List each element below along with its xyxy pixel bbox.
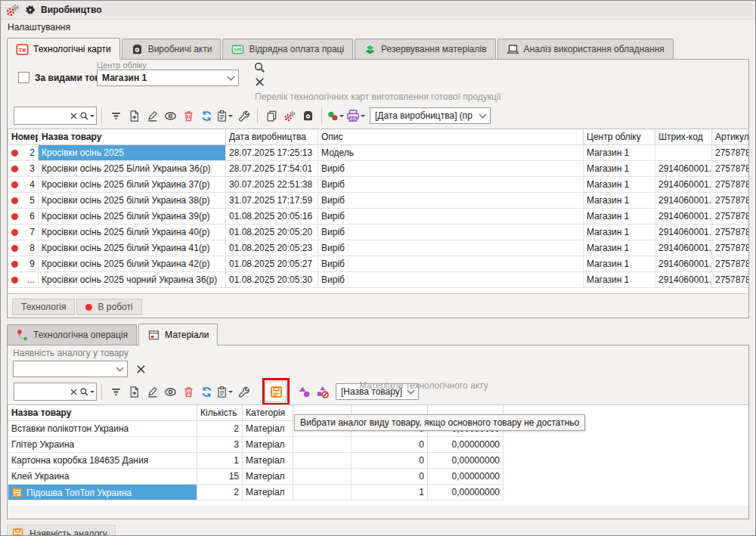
column-header[interactable]: Артикул [712,129,749,145]
cell[interactable]: Клей Украина [8,469,197,485]
table-row[interactable]: 3Кросівки осінь 2025 Білий Украина 36(р)… [8,161,749,177]
cell[interactable]: 2914060001... [655,256,712,272]
column-header[interactable]: Назва товару [8,405,197,421]
cell[interactable]: Модель [318,145,584,161]
table-row[interactable]: 8Кросівки осінь 2025 білий Украина 41(р)… [8,240,749,256]
sort-combobox[interactable]: [Дата виробництва] (пр [370,107,491,124]
cell[interactable]: 01.08.2025 20:05:16 [226,209,318,225]
cell[interactable]: ... [8,272,39,288]
cell[interactable]: Виріб [318,225,584,240]
cell[interactable]: 31.07.2025 17:17:59 [226,193,318,209]
cell[interactable]: Магазин 1 [584,272,655,288]
cell[interactable]: 3 [197,437,243,453]
cell[interactable]: Кросівки осінь 2025 білий Украина 41(р) [39,240,226,256]
cell[interactable]: 2914060001... [655,177,712,193]
cell[interactable]: 30.07.2025 22:51:38 [226,177,318,193]
cell[interactable] [293,485,352,500]
cell[interactable]: 2914060001... [655,240,712,256]
tab-equipment-analysis[interactable]: Аналіз використання обладнання [497,39,674,59]
cell[interactable]: 6 [8,209,39,225]
cell[interactable]: 01.08.2025 20:05:20 [226,225,318,240]
cell[interactable]: Виріб [318,193,584,209]
column-header[interactable]: Кількість [197,405,243,421]
clipboard-button[interactable] [215,110,233,122]
cell[interactable] [655,145,712,161]
cell[interactable]: Підошва ТопТоп Украина [8,485,197,500]
cell[interactable]: 2 [197,421,243,437]
cell[interactable]: 2914060001... [655,272,712,288]
column-header[interactable]: Центр обліку [584,129,655,145]
cell[interactable]: 2757878 [712,256,749,272]
cell[interactable] [293,469,352,485]
cell[interactable]: Магазин 1 [584,209,655,225]
add-button[interactable] [125,107,143,125]
cell[interactable]: 2757878 [712,209,749,225]
cell[interactable]: 2757878 [712,177,749,193]
tab-material-reservation[interactable]: Резервування матеріалів [355,39,495,59]
tab-tech-operation[interactable]: Технологічна операція [7,324,137,345]
tab-production-acts[interactable]: Виробничі акти [122,39,222,59]
clipboard-button[interactable] [215,386,233,398]
tools-button[interactable] [234,383,253,401]
cell[interactable]: 0,00000000 [428,453,503,469]
cell[interactable]: 9 [8,256,39,272]
cell[interactable]: Матеріал [243,421,293,437]
cell[interactable]: 1 [197,453,243,469]
cell[interactable]: 28.07.2025 17:25:13 [226,145,318,161]
tab-tech-cards[interactable]: Технологічні карти [7,38,120,60]
cell[interactable]: 2 [197,485,243,500]
create-act-button[interactable] [299,107,317,125]
cell[interactable]: Виріб [318,240,584,256]
cell[interactable]: 15 [197,469,243,485]
cell[interactable] [293,437,352,453]
table-row[interactable]: Клей Украина15Матеріал00,00000000 [8,469,503,485]
cell[interactable]: 2 [8,145,39,161]
cell[interactable]: 0,00000000 [428,437,503,453]
table-row[interactable]: 4Кросівки осінь 2025 білий Украина 37(р)… [8,177,749,193]
cell[interactable]: Кросівки осінь 2025 Білий Украина 36(р) [39,161,226,177]
view-button[interactable] [161,383,179,401]
delete-button[interactable] [179,383,197,401]
table-row[interactable]: Підошва ТопТоп Украина2Матеріал10,000000… [8,485,503,500]
quick-search-input[interactable] [14,109,69,122]
cell[interactable]: 01.08.2025 20:05:23 [226,240,318,256]
cell[interactable]: Кросівки осінь 2025 білий Украина 38(р) [39,193,226,209]
clear-x-icon[interactable] [135,363,147,376]
cell[interactable]: Магазин 1 [584,256,655,272]
table-row[interactable]: 7Кросівки осінь 2025 білий Украина 40(р)… [8,225,749,240]
edit-button[interactable] [143,383,161,401]
clear-x-icon[interactable] [69,387,79,397]
table-row[interactable]: 6Кросівки осінь 2025 білий Украина 39(р)… [8,209,749,225]
technology-footer-tab[interactable]: Технологія [12,299,75,315]
column-header[interactable]: Категорія [243,405,293,421]
search-icon[interactable] [79,111,89,121]
analog-shapes-blocked-button[interactable] [313,383,331,401]
cell[interactable]: Магазин 1 [584,240,655,256]
cell[interactable]: Кросівки осінь 2025 білий Украина 42(р) [39,256,226,272]
cell[interactable]: Магазин 1 [584,177,655,193]
cell[interactable]: 7 [8,225,39,240]
cell[interactable]: 0,00000000 [428,485,503,500]
cell[interactable]: Магазин 1 [584,145,655,161]
column-header[interactable]: Номер [8,129,39,145]
cell[interactable]: 2757878 [712,240,749,256]
analog-shapes-button[interactable] [295,383,313,401]
refresh-button[interactable] [197,383,215,401]
cell[interactable]: 01.08.2025 20:05:27 [226,256,318,272]
menu-settings[interactable]: Налаштування [8,22,70,33]
table-row[interactable]: 9Кросівки осінь 2025 білий Украина 42(р)… [8,256,749,272]
cell[interactable]: Виріб [318,177,584,193]
filter-button[interactable] [107,383,125,401]
cell[interactable]: 2757878 [712,193,749,209]
cell[interactable]: 0 [352,437,428,453]
cell[interactable]: Глітер Украина [8,437,197,453]
table-row[interactable]: Картонна коробка 184635 Дания1Матеріал00… [8,453,503,469]
cell[interactable]: 2757878 [712,272,749,288]
search-icon[interactable] [79,387,89,397]
column-header[interactable]: Дата виробництва [226,129,318,145]
cell[interactable]: 2757878 [712,225,749,240]
cell[interactable]: 0 [352,469,428,485]
cell[interactable]: 2757878 [712,145,749,161]
cell[interactable]: 4 [8,177,39,193]
cell[interactable]: Кросівки осінь 2025 білий Украина 39(р) [39,209,226,225]
